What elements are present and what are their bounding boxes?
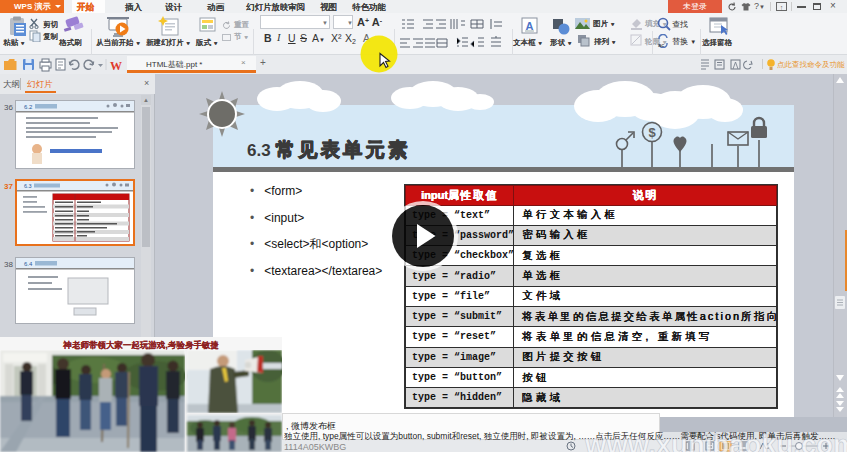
svg-text:A: A: [526, 20, 534, 32]
svg-text:6.4: 6.4: [24, 261, 33, 267]
svg-text:6.3: 6.3: [24, 183, 32, 189]
svg-text:$: $: [648, 125, 656, 140]
svg-text:ac: ac: [658, 42, 664, 48]
svg-text:6.2: 6.2: [24, 104, 33, 110]
svg-text:W: W: [110, 59, 122, 73]
